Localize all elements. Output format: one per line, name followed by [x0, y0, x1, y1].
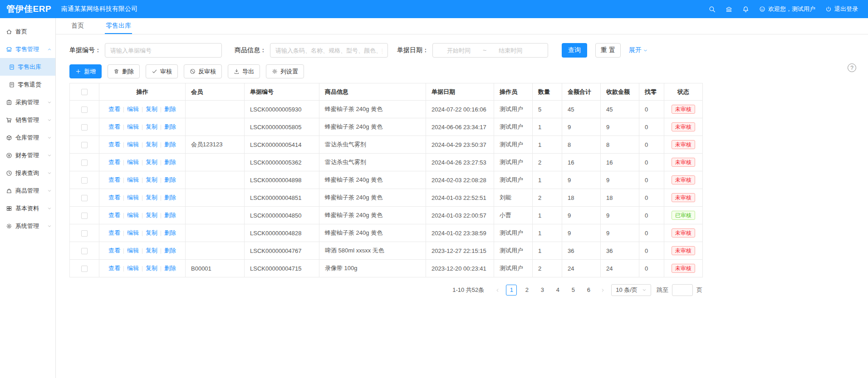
row-action-view[interactable]: 查看 — [105, 176, 123, 183]
row-action-edit[interactable]: 编辑 — [124, 106, 142, 112]
expand-link[interactable]: 展开 — [629, 46, 648, 54]
row-action-edit[interactable]: 编辑 — [124, 265, 142, 271]
bell-icon[interactable] — [742, 6, 749, 13]
welcome-user[interactable]: 欢迎您，测试用户 — [759, 5, 815, 13]
row-action-delete[interactable]: 删除 — [161, 265, 179, 271]
row-action-copy[interactable]: 复制 — [142, 106, 161, 112]
row-action-view[interactable]: 查看 — [105, 247, 123, 254]
sidebar-item-retail[interactable]: 零售管理 — [0, 40, 55, 58]
row-checkbox[interactable] — [81, 107, 88, 113]
sidebar-subitem-retail-outbound[interactable]: 零售出库 — [0, 58, 55, 76]
row-action-view[interactable]: 查看 — [105, 159, 123, 165]
row-action-edit[interactable]: 编辑 — [124, 141, 142, 148]
page-number-5[interactable]: 5 — [568, 285, 579, 296]
help-button[interactable]: ? — [848, 63, 856, 72]
search-icon[interactable] — [709, 6, 716, 13]
cell-date: 2024-07-22 00:16:06 — [426, 101, 494, 118]
row-action-delete[interactable]: 删除 — [161, 247, 179, 254]
cell-actions: 查看编辑复制删除 — [99, 154, 186, 171]
row-action-view[interactable]: 查看 — [105, 123, 123, 130]
order-no-input[interactable] — [105, 43, 222, 58]
welcome-text: 欢迎您，测试用户 — [768, 5, 815, 13]
reset-button[interactable]: 重置 — [595, 43, 621, 58]
sidebar-item-finance[interactable]: 财务管理 — [0, 146, 55, 164]
row-action-copy[interactable]: 复制 — [142, 176, 161, 183]
row-action-edit[interactable]: 编辑 — [124, 212, 142, 218]
sidebar-item-system[interactable]: 系统管理 — [0, 217, 55, 235]
row-action-copy[interactable]: 复制 — [142, 212, 161, 218]
row-action-copy[interactable]: 复制 — [142, 159, 161, 165]
prev-page-button[interactable] — [492, 285, 502, 296]
row-action-copy[interactable]: 复制 — [142, 229, 161, 236]
page-size-select[interactable]: 10 条/页 — [611, 284, 651, 296]
row-action-view[interactable]: 查看 — [105, 194, 123, 201]
next-page-button[interactable] — [598, 285, 608, 296]
row-action-delete[interactable]: 删除 — [161, 176, 179, 183]
page-number-6[interactable]: 6 — [583, 285, 594, 296]
row-action-edit[interactable]: 编辑 — [124, 159, 142, 165]
row-checkbox[interactable] — [81, 266, 88, 272]
row-action-view[interactable]: 查看 — [105, 265, 123, 271]
row-checkbox[interactable] — [81, 213, 88, 219]
sidebar-subitem-retail-return[interactable]: 零售退货 — [0, 76, 55, 93]
select-all-checkbox[interactable] — [81, 89, 88, 95]
sidebar-item-goods[interactable]: 商品管理 — [0, 182, 55, 199]
row-action-delete[interactable]: 删除 — [161, 123, 179, 130]
row-action-copy[interactable]: 复制 — [142, 247, 161, 254]
row-action-copy[interactable]: 复制 — [142, 265, 161, 271]
sidebar-item-sales[interactable]: 销售管理 — [0, 111, 55, 129]
row-checkbox[interactable] — [81, 142, 88, 148]
page-number-3[interactable]: 3 — [537, 285, 548, 296]
page-number-1[interactable]: 1 — [506, 285, 517, 296]
row-action-delete[interactable]: 删除 — [161, 229, 179, 236]
row-checkbox[interactable] — [81, 160, 88, 166]
row-action-copy[interactable]: 复制 — [142, 194, 161, 201]
row-checkbox[interactable] — [81, 230, 88, 237]
row-action-delete[interactable]: 删除 — [161, 212, 179, 218]
row-checkbox[interactable] — [81, 177, 88, 184]
page-number-2[interactable]: 2 — [521, 285, 532, 296]
date-range-picker[interactable]: ~ — [432, 43, 548, 58]
row-action-delete[interactable]: 删除 — [161, 159, 179, 165]
row-action-delete[interactable]: 删除 — [161, 106, 179, 112]
row-action-edit[interactable]: 编辑 — [124, 123, 142, 130]
sidebar-item-basedata[interactable]: 基本资料 — [0, 199, 55, 217]
sidebar-item-home[interactable]: 首页 — [0, 23, 55, 40]
tab-retail-outbound[interactable]: 零售出库 — [105, 18, 132, 34]
row-checkbox[interactable] — [81, 195, 88, 201]
unaudit-button[interactable]: 反审核 — [184, 64, 222, 78]
delete-button[interactable]: 删除 — [108, 64, 140, 78]
sidebar-item-report[interactable]: 报表查询 — [0, 164, 55, 182]
logout-button[interactable]: 退出登录 — [825, 5, 858, 13]
sidebar-item-warehouse[interactable]: 仓库管理 — [0, 129, 55, 146]
jump-page-input[interactable] — [672, 284, 693, 296]
row-action-delete[interactable]: 删除 — [161, 194, 179, 201]
product-info-input[interactable] — [270, 43, 388, 58]
row-checkbox[interactable] — [81, 248, 88, 254]
tab-home[interactable]: 首页 — [70, 18, 85, 34]
row-checkbox[interactable] — [81, 124, 88, 131]
row-action-edit[interactable]: 编辑 — [124, 229, 142, 236]
row-action-view[interactable]: 查看 — [105, 229, 123, 236]
date-end-input[interactable] — [487, 47, 534, 54]
add-button[interactable]: 新增 — [69, 64, 102, 78]
export-button[interactable]: 导出 — [228, 64, 260, 78]
row-action-edit[interactable]: 编辑 — [124, 194, 142, 201]
row-action-view[interactable]: 查看 — [105, 106, 123, 112]
column-settings-button[interactable]: 列设置 — [266, 64, 304, 78]
row-action-copy[interactable]: 复制 — [142, 123, 161, 130]
row-action-delete[interactable]: 删除 — [161, 141, 179, 148]
row-action-copy[interactable]: 复制 — [142, 141, 161, 148]
chevron-down-icon — [47, 153, 52, 158]
row-action-view[interactable]: 查看 — [105, 141, 123, 148]
audit-button[interactable]: 审核 — [146, 64, 178, 78]
cell-operator: 测试用户 — [494, 154, 533, 171]
bank-icon[interactable] — [726, 6, 732, 13]
search-button[interactable]: 查询 — [562, 43, 587, 58]
sidebar-item-purchase[interactable]: 采购管理 — [0, 93, 55, 111]
row-action-view[interactable]: 查看 — [105, 212, 123, 218]
page-number-4[interactable]: 4 — [552, 285, 563, 296]
date-start-input[interactable] — [436, 47, 482, 54]
row-action-edit[interactable]: 编辑 — [124, 176, 142, 183]
row-action-edit[interactable]: 编辑 — [124, 247, 142, 254]
